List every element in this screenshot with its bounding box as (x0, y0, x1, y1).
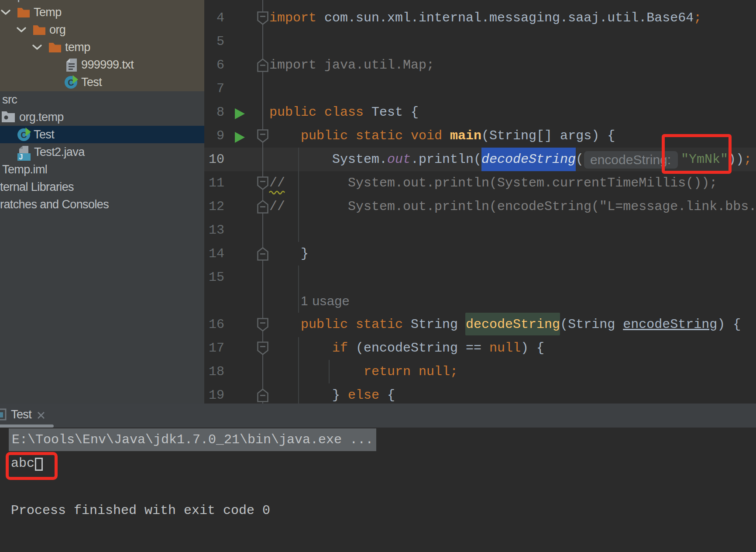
svg-text:J: J (19, 153, 23, 161)
